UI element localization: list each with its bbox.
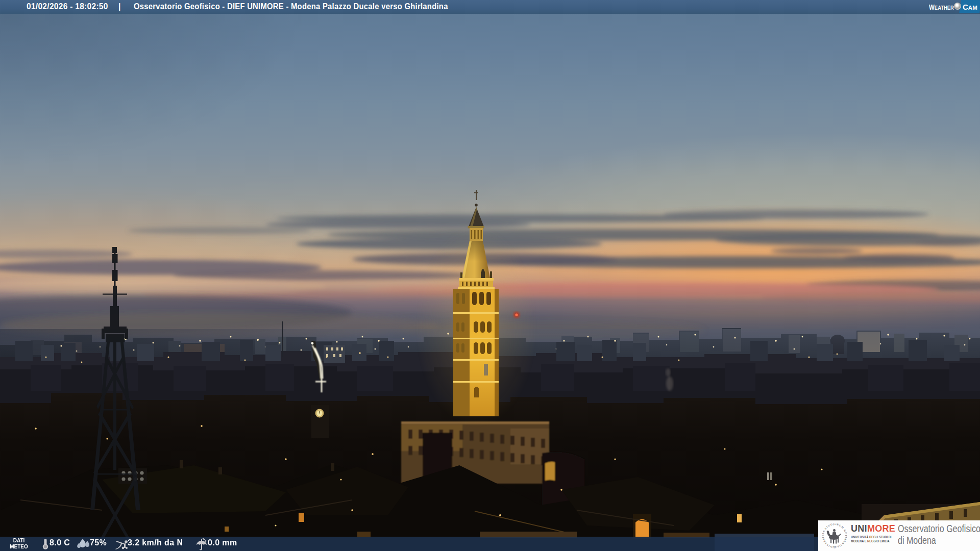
svg-text:1175: 1175 bbox=[832, 545, 837, 548]
